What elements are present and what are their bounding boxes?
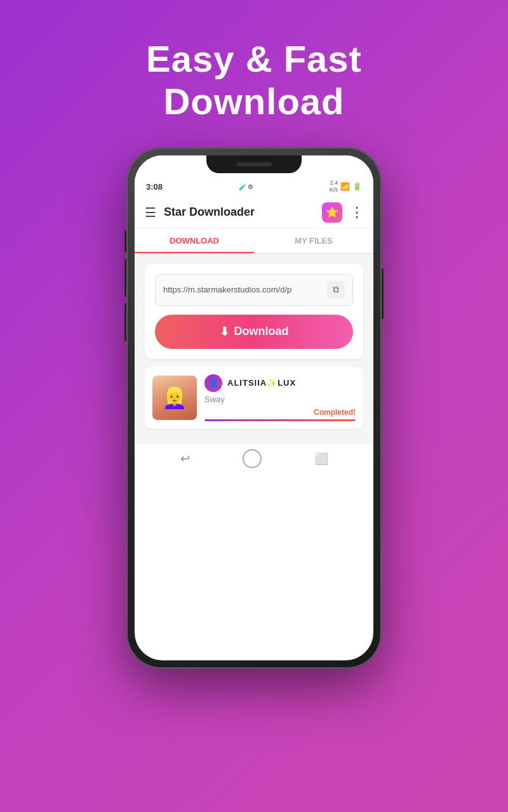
more-options-icon[interactable]: ⋮	[350, 204, 363, 221]
app-title: Star Downloader	[164, 206, 322, 219]
home-button[interactable]	[243, 449, 262, 468]
progress-bar	[204, 419, 356, 421]
nav-back-icon[interactable]: ↩	[180, 452, 190, 466]
progress-bar-fill	[204, 419, 356, 421]
headline-line1: Easy & Fast	[146, 38, 362, 81]
phone-speaker	[237, 162, 272, 166]
nav-recent-icon[interactable]: ⬜	[314, 452, 328, 466]
url-input-value[interactable]: https://m.starmakerstudios.com/d/p	[163, 285, 322, 294]
app-logo-icon: ⭐	[322, 202, 342, 223]
headline: Easy & Fast Download	[146, 38, 362, 122]
item-status: Completed!	[314, 408, 356, 417]
status-time: 3:08	[146, 182, 163, 192]
download-item: 👱‍♀️ 👤 ALITSIIA✨LUX Sway Completed!	[145, 367, 363, 429]
item-avatar: 👤	[204, 374, 222, 392]
status-network: 2.4K/s	[330, 180, 338, 193]
url-input-row: https://m.starmakerstudios.com/d/p ⧉	[155, 274, 353, 306]
menu-icon[interactable]: ☰	[145, 205, 156, 220]
app-bar: ☰ Star Downloader ⭐ ⋮	[135, 197, 373, 228]
phone-notch	[206, 155, 302, 173]
wifi-icon: 📶	[340, 182, 350, 191]
tab-my-files[interactable]: MY FILES	[254, 228, 373, 253]
side-button-power	[381, 268, 384, 319]
content-area: https://m.starmakerstudios.com/d/p ⧉ ⬇ D…	[135, 254, 373, 444]
home-bar-area: ↩ ⬜	[135, 444, 373, 478]
status-icons: 🧪 ⚙	[239, 183, 254, 190]
phone-screen: 3:08 🧪 ⚙ 2.4K/s 📶 🔋 ☰ Star Downloader ⭐	[135, 155, 373, 660]
download-button-label: Download	[234, 325, 289, 338]
item-info: 👤 ALITSIIA✨LUX Sway Completed!	[204, 374, 356, 421]
battery-icon: 🔋	[352, 182, 362, 191]
phone-outer-shell: 3:08 🧪 ⚙ 2.4K/s 📶 🔋 ☰ Star Downloader ⭐	[127, 148, 381, 668]
tab-download[interactable]: DOWNLOAD	[135, 228, 254, 253]
download-button-icon: ⬇	[220, 325, 229, 339]
tab-bar: DOWNLOAD MY FILES	[135, 228, 373, 254]
download-button[interactable]: ⬇ Download	[155, 315, 353, 349]
item-song: Sway	[204, 395, 356, 404]
copy-button[interactable]: ⧉	[327, 281, 345, 299]
item-progress-row: Completed!	[204, 408, 356, 417]
item-thumbnail: 👱‍♀️	[152, 376, 197, 420]
item-username: ALITSIIA✨LUX	[227, 378, 296, 388]
status-left-icons: 🧪 ⚙	[239, 183, 254, 190]
headline-line2: Download	[146, 81, 362, 123]
item-user-row: 👤 ALITSIIA✨LUX	[204, 374, 356, 392]
url-card: https://m.starmakerstudios.com/d/p ⧉ ⬇ D…	[145, 264, 363, 359]
phone-mockup: 3:08 🧪 ⚙ 2.4K/s 📶 🔋 ☰ Star Downloader ⭐	[127, 148, 381, 668]
